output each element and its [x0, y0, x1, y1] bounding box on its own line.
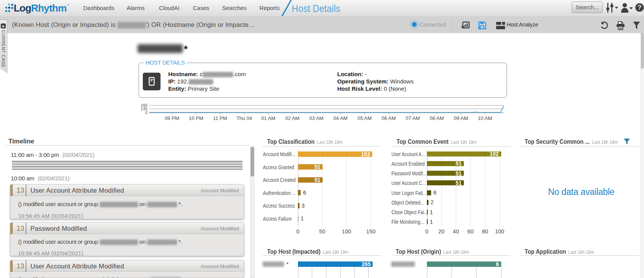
svg-text:LogRhythm: LogRhythm: [14, 2, 67, 14]
svg-text:?: ?: [638, 4, 642, 11]
svg-text:™: ™: [67, 4, 69, 7]
